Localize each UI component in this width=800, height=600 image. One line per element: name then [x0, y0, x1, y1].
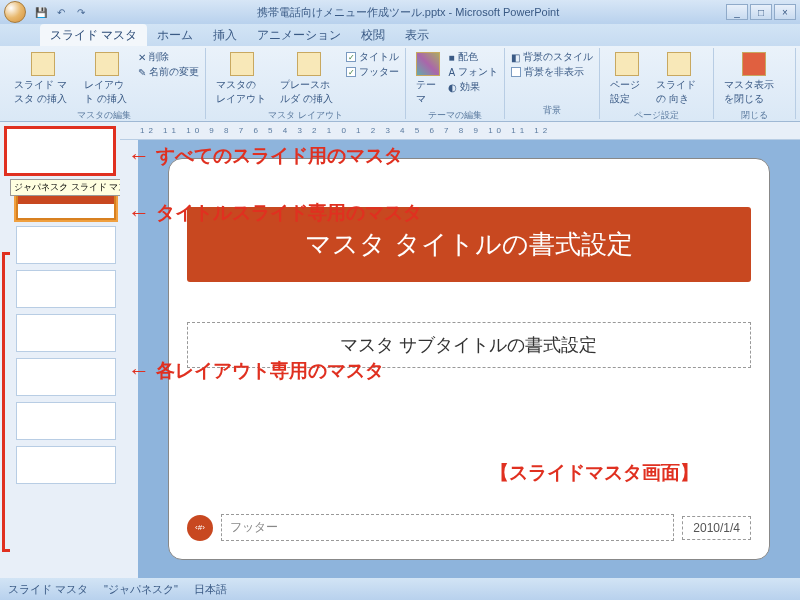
- redo-icon[interactable]: ↷: [72, 3, 90, 21]
- slide-master-icon: [31, 52, 55, 76]
- title-bar: 💾 ↶ ↷ 携帯電話向けメニュー作成ツール.pptx - Microsoft P…: [0, 0, 800, 24]
- tab-animation[interactable]: アニメーション: [247, 24, 351, 46]
- delete-button[interactable]: ✕削除: [138, 50, 199, 64]
- close-button[interactable]: ×: [774, 4, 796, 20]
- close-master-view-button[interactable]: マスタ表示 を閉じる: [720, 50, 790, 108]
- undo-icon[interactable]: ↶: [52, 3, 70, 21]
- window-title: 携帯電話向けメニュー作成ツール.pptx - Microsoft PowerPo…: [90, 5, 726, 20]
- insert-slide-master-button[interactable]: スライド マスタ の挿入: [10, 50, 76, 108]
- group-label: マスタの編集: [10, 108, 199, 122]
- slide: マスタ タイトルの書式設定 マスタ サブタイトルの書式設定 ‹#› フッター 2…: [168, 158, 770, 560]
- title-checkbox[interactable]: ✓タイトル: [346, 50, 399, 64]
- hide-background-checkbox[interactable]: 背景を非表示: [511, 65, 593, 79]
- insert-layout-button[interactable]: レイアウト の挿入: [80, 50, 133, 108]
- status-theme: "ジャパネスク": [104, 582, 178, 597]
- layout-bracket-annotation: [2, 252, 10, 552]
- group-close: マスタ表示 を閉じる 閉じる: [714, 48, 797, 119]
- group-label: 背景: [511, 103, 593, 117]
- layout-thumbnail[interactable]: [16, 270, 116, 308]
- orientation-icon: [667, 52, 691, 76]
- slide-canvas[interactable]: マスタ タイトルの書式設定 マスタ サブタイトルの書式設定 ‹#› フッター 2…: [138, 140, 800, 578]
- tab-view[interactable]: 表示: [395, 24, 439, 46]
- group-page-setup: ページ 設定 スライドの 向き ページ設定: [600, 48, 713, 119]
- title-placeholder[interactable]: マスタ タイトルの書式設定: [187, 207, 751, 282]
- thumbnail-tooltip: ジャパネスク スライド マスタ: スライド 1-9 で使用される: [10, 179, 120, 196]
- group-master-edit: スライド マスタ の挿入 レイアウト の挿入 ✕削除 ✎名前の変更 マスタの編集: [4, 48, 206, 119]
- group-theme-edit: テーマ ■配色 Aフォント ◐効果 テーマの編集: [406, 48, 505, 119]
- colors-button[interactable]: ■配色: [448, 50, 498, 64]
- layout-thumbnail[interactable]: [16, 226, 116, 264]
- effects-button[interactable]: ◐効果: [448, 80, 498, 94]
- master-thumbnail[interactable]: [4, 126, 116, 176]
- thumbnail-pane[interactable]: ジャパネスク スライド マスタ: スライド 1-9 で使用される: [0, 122, 120, 578]
- quick-access-toolbar: 💾 ↶ ↷: [32, 3, 90, 21]
- layout-thumbnail[interactable]: [16, 402, 116, 440]
- group-label: マスタ レイアウト: [212, 108, 400, 122]
- footer-placeholder[interactable]: フッター: [221, 514, 674, 541]
- layout-thumbnail[interactable]: [16, 358, 116, 396]
- group-label: 閉じる: [720, 108, 790, 122]
- footer-checkbox[interactable]: ✓フッター: [346, 65, 399, 79]
- theme-icon: [416, 52, 440, 76]
- themes-button[interactable]: テーマ: [412, 50, 444, 108]
- rename-button[interactable]: ✎名前の変更: [138, 65, 199, 79]
- subtitle-placeholder[interactable]: マスタ サブタイトルの書式設定: [187, 322, 751, 368]
- date-placeholder[interactable]: 2010/1/4: [682, 516, 751, 540]
- maximize-button[interactable]: □: [750, 4, 772, 20]
- group-master-layout: マスタの レイアウト プレースホルダ の挿入 ✓タイトル ✓フッター マスタ レ…: [206, 48, 407, 119]
- master-layout-icon: [230, 52, 254, 76]
- save-icon[interactable]: 💾: [32, 3, 50, 21]
- office-button[interactable]: [4, 1, 26, 23]
- window-controls: _ □ ×: [726, 4, 796, 20]
- slide-number-placeholder[interactable]: ‹#›: [187, 515, 213, 541]
- ribbon: スライド マスタ の挿入 レイアウト の挿入 ✕削除 ✎名前の変更 マスタの編集…: [0, 46, 800, 122]
- tab-slide-master[interactable]: スライド マスタ: [40, 24, 147, 46]
- layout-thumbnail[interactable]: [16, 314, 116, 352]
- work-area: ジャパネスク スライド マスタ: スライド 1-9 で使用される 12 11 1…: [0, 122, 800, 578]
- horizontal-ruler: 12 11 10 9 8 7 6 5 4 3 2 1 0 1 2 3 4 5 6…: [120, 122, 800, 140]
- status-view: スライド マスタ: [8, 582, 88, 597]
- group-label: テーマの編集: [412, 108, 498, 122]
- status-language: 日本語: [194, 582, 227, 597]
- page-setup-icon: [615, 52, 639, 76]
- close-master-icon: [742, 52, 766, 76]
- status-bar: スライド マスタ "ジャパネスク" 日本語: [0, 578, 800, 600]
- insert-placeholder-button[interactable]: プレースホルダ の挿入: [276, 50, 342, 108]
- tab-home[interactable]: ホーム: [147, 24, 203, 46]
- group-label: ページ設定: [606, 108, 706, 122]
- master-layout-button[interactable]: マスタの レイアウト: [212, 50, 273, 108]
- placeholder-icon: [297, 52, 321, 76]
- fonts-button[interactable]: Aフォント: [448, 65, 498, 79]
- layout-icon: [95, 52, 119, 76]
- vertical-ruler: [120, 140, 138, 578]
- canvas-area: 12 11 10 9 8 7 6 5 4 3 2 1 0 1 2 3 4 5 6…: [120, 122, 800, 578]
- ribbon-tabs: スライド マスタ ホーム 挿入 アニメーション 校閲 表示: [0, 24, 800, 46]
- layout-thumbnail[interactable]: [16, 446, 116, 484]
- tab-review[interactable]: 校閲: [351, 24, 395, 46]
- minimize-button[interactable]: _: [726, 4, 748, 20]
- page-setup-button[interactable]: ページ 設定: [606, 50, 648, 108]
- background-styles-button[interactable]: ◧背景のスタイル: [511, 50, 593, 64]
- slide-orientation-button[interactable]: スライドの 向き: [652, 50, 707, 108]
- group-background: ◧背景のスタイル 背景を非表示 背景: [505, 48, 600, 119]
- tab-insert[interactable]: 挿入: [203, 24, 247, 46]
